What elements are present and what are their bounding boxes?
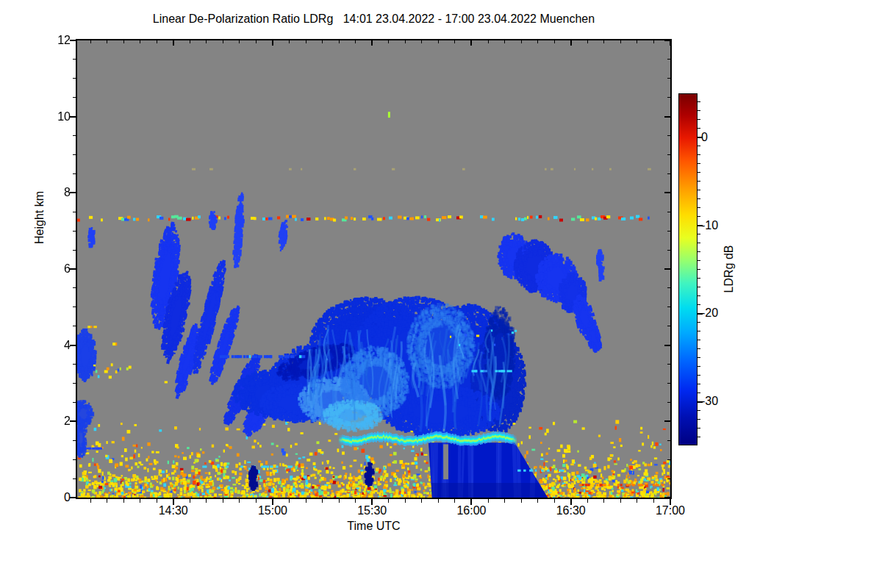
axis-tick: [667, 364, 670, 365]
axis-tick: [653, 499, 654, 503]
axis-tick: [70, 497, 76, 498]
axis-tick: [306, 40, 306, 43]
x-tick-label: 16:00: [448, 504, 495, 517]
axis-tick: [521, 40, 522, 43]
axis-tick: [667, 402, 670, 403]
y-tick-label: 4: [43, 339, 71, 352]
axis-tick: [603, 499, 604, 503]
axis-tick: [667, 212, 670, 212]
axis-tick: [289, 40, 290, 43]
axis-tick: [698, 340, 700, 340]
axis-tick: [620, 499, 621, 503]
axis-tick: [504, 499, 505, 503]
axis-tick: [173, 40, 174, 46]
axis-tick: [123, 499, 124, 503]
axis-tick: [664, 420, 670, 422]
axis-tick: [667, 59, 670, 60]
axis-tick: [306, 499, 306, 503]
plot-title: Linear De-Polarization Ratio LDRg 14:01 …: [77, 12, 670, 26]
axis-tick: [70, 116, 76, 118]
axis-tick: [667, 478, 670, 479]
axis-tick: [603, 40, 604, 43]
axis-tick: [438, 499, 439, 503]
axis-tick: [698, 384, 700, 384]
axis-tick: [73, 212, 76, 212]
axis-tick: [637, 499, 637, 503]
axis-tick: [206, 499, 207, 503]
axis-tick: [223, 40, 223, 43]
axis-tick: [667, 78, 670, 79]
axis-tick: [698, 437, 700, 437]
axis-tick: [73, 383, 76, 384]
axis-tick: [90, 40, 91, 43]
y-tick-label: 6: [43, 262, 71, 276]
axis-tick: [698, 119, 700, 120]
axis-tick: [637, 40, 637, 43]
axis-tick: [73, 231, 76, 232]
axis-tick: [698, 154, 700, 155]
axis-tick: [698, 287, 700, 287]
axis-tick: [73, 306, 76, 307]
axis-tick: [371, 40, 373, 46]
axis-tick: [438, 40, 439, 43]
axis-tick: [73, 402, 76, 403]
axis-tick: [667, 250, 670, 251]
axis-tick: [698, 243, 700, 243]
x-tick-label: 17:00: [647, 504, 694, 517]
axis-tick: [698, 146, 700, 146]
axis-tick: [355, 499, 356, 503]
axis-tick: [537, 499, 538, 503]
axis-tick: [73, 326, 76, 326]
axis-tick: [537, 40, 538, 43]
axis-tick: [272, 40, 273, 46]
axis-tick: [667, 306, 670, 307]
axis-tick: [698, 295, 700, 296]
colorbar-tick-label: -30: [701, 395, 736, 408]
axis-tick: [698, 357, 700, 358]
axis-tick: [70, 420, 76, 422]
axis-tick: [664, 116, 670, 118]
axis-tick: [698, 419, 700, 420]
axis-tick: [70, 268, 76, 270]
axis-tick: [698, 348, 700, 349]
axis-tick: [698, 128, 700, 129]
axis-tick: [454, 40, 455, 43]
axis-tick: [339, 499, 340, 503]
axis-tick: [339, 40, 340, 43]
axis-tick: [698, 190, 700, 190]
axis-tick: [667, 135, 670, 136]
axis-tick: [554, 499, 555, 503]
axis-tick: [698, 366, 700, 367]
axis-tick: [322, 499, 323, 503]
axis-tick: [488, 40, 489, 43]
colorbar: [678, 93, 698, 445]
axis-tick: [587, 499, 588, 503]
axis-tick: [667, 383, 670, 384]
axis-tick: [664, 268, 670, 270]
axis-tick: [256, 499, 257, 503]
axis-tick: [698, 207, 700, 208]
x-tick-label: 15:00: [249, 504, 296, 517]
axis-tick: [73, 135, 76, 136]
axis-tick: [388, 499, 389, 503]
axis-tick: [698, 181, 700, 182]
axis-tick: [698, 172, 700, 173]
axis-tick: [667, 97, 670, 98]
axis-tick: [90, 499, 91, 503]
axis-tick: [73, 440, 76, 441]
axis-tick: [667, 154, 670, 155]
axis-tick: [488, 499, 489, 503]
axis-tick: [667, 173, 670, 174]
axis-tick: [698, 198, 700, 199]
axis-tick: [421, 40, 422, 43]
axis-tick: [140, 40, 140, 43]
axis-tick: [73, 287, 76, 288]
axis-tick: [157, 499, 157, 503]
axis-tick: [521, 499, 522, 503]
colorbar-label: LDRg dB: [723, 224, 737, 314]
axis-tick: [698, 234, 700, 234]
axis-tick: [73, 173, 76, 174]
axis-tick: [256, 40, 257, 43]
axis-tick: [73, 364, 76, 365]
y-tick-label: 12: [43, 34, 71, 47]
